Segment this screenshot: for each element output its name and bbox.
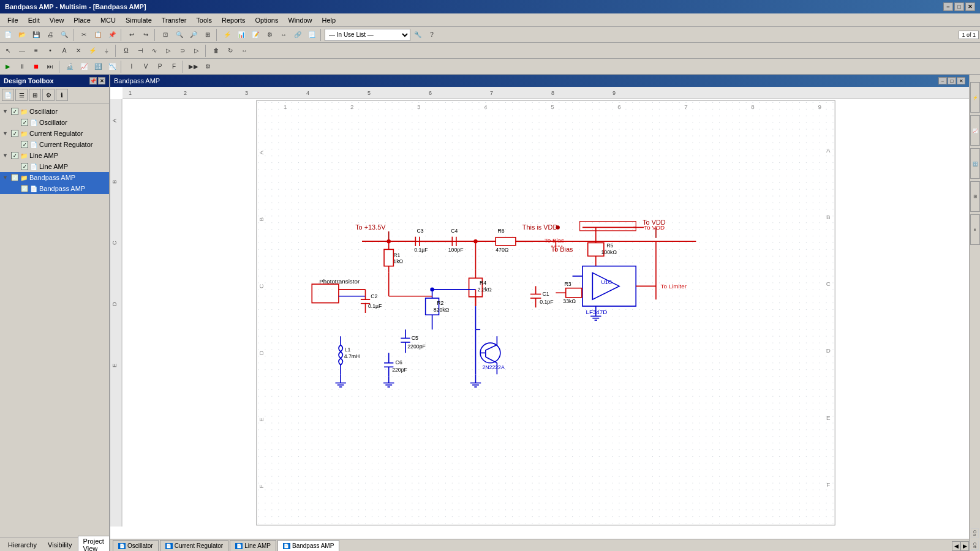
param-btn[interactable]: ⚙ (263, 28, 276, 42)
menu-place[interactable]: Place (69, 15, 96, 25)
back-ann-btn[interactable]: ↔ (277, 28, 290, 42)
desc-btn[interactable]: 📝 (249, 28, 262, 42)
tree-check-oscillator[interactable]: ✓ (11, 108, 18, 115)
zoom-out-btn[interactable]: 🔎 (187, 28, 200, 42)
no-conn-btn[interactable]: ✕ (72, 44, 85, 58)
tree-check-bandpass[interactable]: ✓ (11, 174, 18, 181)
wire-btn[interactable]: — (15, 44, 29, 58)
tree-check-lineamp[interactable]: ✓ (11, 152, 18, 159)
database-btn[interactable]: 🔧 (411, 28, 424, 42)
tree-item-oscillator-child[interactable]: ✓ 📄 Oscillator (0, 117, 109, 128)
bus-btn[interactable]: ≡ (29, 44, 43, 58)
delete-btn[interactable]: 🗑 (209, 44, 223, 58)
zoom-area-btn[interactable]: ⊞ (201, 28, 214, 42)
project-view-tab[interactable]: Project View (78, 536, 110, 551)
current-reg-page-tab[interactable]: 📄 Current Regulator (160, 540, 228, 551)
anlz-run-btn[interactable]: ▶▶ (187, 60, 200, 73)
menu-transfer[interactable]: Transfer (157, 15, 192, 25)
tree-expand-bandpass[interactable]: ▼ (2, 174, 11, 181)
connect-btn[interactable]: 🔗 (291, 28, 304, 42)
tree-expand-curreg[interactable]: ▼ (2, 130, 11, 137)
tree-check-lineamp-child[interactable]: ✓ (21, 163, 28, 170)
right-btn-4[interactable]: ⊞ (970, 181, 980, 212)
anlz-param-btn[interactable]: ⚙ (201, 60, 214, 73)
gnd-btn[interactable]: ⏚ (100, 44, 113, 58)
close-button[interactable]: ✕ (965, 2, 975, 11)
tab-scroll-right[interactable]: ▶ (960, 541, 969, 551)
hierarchy-tab[interactable]: Hierarchy (2, 539, 42, 550)
multimeter-btn[interactable]: 🔢 (91, 60, 105, 73)
right-small-btn-2[interactable]: Off (971, 541, 979, 550)
menu-tools[interactable]: Tools (191, 15, 217, 25)
menu-view[interactable]: View (45, 15, 69, 25)
minimize-button[interactable]: − (943, 2, 953, 11)
toolbox-close-btn[interactable]: ✕ (98, 77, 105, 84)
inductor-btn[interactable]: ∿ (148, 44, 161, 58)
tree-check-osc-child[interactable]: ✓ (21, 119, 28, 126)
schematic-viewport[interactable]: 1 2 3 4 5 6 7 8 9 A B C (123, 99, 969, 527)
paste-btn[interactable]: 📌 (105, 28, 119, 42)
oscillator-page-tab[interactable]: 📄 Oscillator (113, 540, 159, 551)
capacitor-btn[interactable]: ⊣ (134, 44, 147, 58)
help-btn[interactable]: ? (425, 28, 439, 42)
stop-btn[interactable]: ⏹ (29, 60, 43, 73)
toolbox-pin-btn[interactable]: 📌 (89, 77, 97, 84)
spreadsheet-btn[interactable]: 📊 (235, 28, 248, 42)
save-btn[interactable]: 💾 (29, 28, 43, 42)
print-preview-btn[interactable]: 🔍 (58, 28, 71, 42)
toolbox-icon-page[interactable]: 📄 (2, 89, 14, 101)
npn-btn[interactable]: ⊃ (176, 44, 189, 58)
power-btn[interactable]: ⚡ (86, 44, 99, 58)
menu-reports[interactable]: Reports (217, 15, 251, 25)
junction-btn[interactable]: • (43, 44, 57, 58)
tree-item-oscillator[interactable]: ▼ ✓ 📁 Oscillator (0, 106, 109, 117)
bode-plotter-btn[interactable]: 📉 (105, 60, 119, 73)
tree-check-curreg-child[interactable]: ✓ (21, 141, 28, 148)
opamp-btn[interactable]: ▷ (190, 44, 203, 58)
voltage-probe-btn[interactable]: V (139, 60, 153, 73)
toolbox-icon-info[interactable]: ℹ (56, 89, 68, 101)
right-btn-3[interactable]: 🔢 (970, 148, 980, 179)
menu-edit[interactable]: Edit (23, 15, 45, 25)
tree-item-lineamp-child[interactable]: ✓ 📄 Line AMP (0, 161, 109, 172)
line-amp-page-tab[interactable]: 📄 Line AMP (230, 540, 276, 551)
pause-btn[interactable]: ⏸ (15, 60, 29, 73)
step-btn[interactable]: ⏭ (43, 60, 57, 73)
inner-minimize-btn[interactable]: − (938, 77, 947, 84)
tree-item-bandpass[interactable]: ▼ ✓ 📁 Bandpass AMP (0, 172, 109, 183)
print-btn[interactable]: 🖨 (43, 28, 57, 42)
zoom-in-btn[interactable]: 🔍 (173, 28, 186, 42)
rotate-btn[interactable]: ↻ (224, 44, 237, 58)
menu-help[interactable]: Help (317, 15, 341, 25)
tree-expand-oscillator[interactable]: ▼ (2, 108, 11, 114)
run-btn[interactable]: ▶ (1, 60, 15, 73)
diode-btn[interactable]: ▷ (162, 44, 175, 58)
redo-btn[interactable]: ↪ (139, 28, 153, 42)
bandpass-amp-page-tab[interactable]: 📄 Bandpass AMP (277, 540, 339, 551)
right-btn-2[interactable]: 📈 (970, 115, 980, 146)
toolbox-icon-config[interactable]: ⚙ (42, 89, 55, 101)
inner-close-btn[interactable]: ✕ (957, 77, 965, 84)
toolbox-icon-list[interactable]: ☰ (15, 89, 28, 101)
tab-scroll-left[interactable]: ◀ (952, 541, 960, 551)
tree-item-curreg[interactable]: ▼ ✓ 📁 Current Regulator (0, 128, 109, 139)
tree-item-curreg-child[interactable]: ✓ 📄 Current Regulator (0, 139, 109, 150)
undo-btn[interactable]: ↩ (125, 28, 138, 42)
freq-probe-btn[interactable]: F (167, 60, 181, 73)
probe-btn[interactable]: 🔬 (63, 60, 77, 73)
flip-h-btn[interactable]: ↔ (238, 44, 251, 58)
right-btn-5[interactable]: ≡ (970, 214, 980, 245)
power-probe-btn[interactable]: P (153, 60, 167, 73)
maximize-button[interactable]: □ (954, 2, 964, 11)
menu-options[interactable]: Options (251, 15, 284, 25)
cut-btn[interactable]: ✂ (77, 28, 91, 42)
label-btn[interactable]: A (58, 44, 71, 58)
in-use-list-dropdown[interactable]: — In Use List — (325, 29, 410, 41)
right-small-btn-1[interactable]: On (971, 528, 979, 538)
tree-expand-lineamp[interactable]: ▼ (2, 152, 11, 159)
zoom-fit-btn[interactable]: ⊡ (159, 28, 172, 42)
menu-mcu[interactable]: MCU (96, 15, 121, 25)
comp-btn[interactable]: ⚡ (221, 28, 234, 42)
new-btn[interactable]: 📄 (1, 28, 15, 42)
tree-check-bandpass-child[interactable]: ✓ (21, 185, 28, 192)
